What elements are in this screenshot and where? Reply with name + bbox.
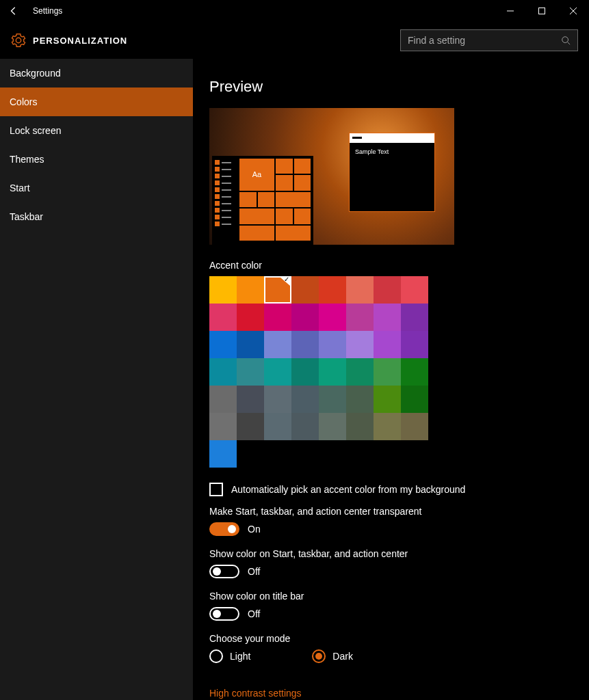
accent-swatch[interactable] [264, 304, 291, 331]
radio-button[interactable] [312, 649, 326, 663]
preview-tile [276, 175, 293, 190]
accent-swatch[interactable] [291, 304, 319, 331]
close-button[interactable] [558, 0, 589, 22]
accent-swatch[interactable] [237, 276, 264, 304]
sidebar-item-themes[interactable]: Themes [0, 145, 193, 174]
accent-swatch[interactable] [319, 304, 346, 331]
preview-window-titlebar [350, 133, 434, 143]
accent-swatch[interactable] [291, 386, 319, 413]
accent-swatch[interactable] [319, 331, 346, 358]
accent-swatch[interactable] [374, 276, 401, 304]
accent-swatch[interactable] [237, 386, 264, 413]
accent-swatch[interactable] [346, 386, 374, 413]
accent-swatch[interactable] [209, 440, 237, 468]
accent-swatch[interactable] [264, 358, 291, 386]
accent-swatch[interactable] [346, 358, 374, 386]
maximize-button[interactable] [526, 0, 558, 22]
accent-swatch[interactable] [264, 413, 291, 440]
accent-swatch[interactable] [319, 276, 346, 304]
accent-swatch[interactable] [209, 276, 237, 304]
radio-button[interactable] [209, 649, 223, 663]
minimize-icon [507, 8, 514, 14]
header: PERSONALIZATION Find a setting [0, 22, 589, 59]
preview-tile [276, 192, 311, 207]
toggle-switch[interactable] [209, 522, 239, 536]
close-icon [570, 8, 577, 14]
accent-swatch[interactable] [346, 276, 374, 304]
sidebar-item-colors[interactable]: Colors [0, 88, 193, 116]
sidebar-item-taskbar[interactable]: Taskbar [0, 202, 193, 231]
accent-swatch[interactable] [264, 276, 291, 304]
accent-swatch[interactable] [319, 413, 346, 440]
accent-swatch[interactable] [237, 413, 264, 440]
mode-label: Choose your mode [209, 633, 589, 644]
sidebar-item-background[interactable]: Background [0, 59, 193, 88]
accent-swatch[interactable] [401, 413, 428, 440]
search-input[interactable]: Find a setting [400, 29, 578, 51]
accent-swatch[interactable] [291, 413, 319, 440]
window-controls [495, 0, 589, 22]
accent-swatch[interactable] [401, 276, 428, 304]
preview-tile [239, 208, 274, 224]
accent-swatch[interactable] [374, 304, 401, 331]
preview-tile: Aa [239, 159, 274, 191]
accent-swatch[interactable] [401, 386, 428, 413]
sidebar-item-start[interactable]: Start [0, 174, 193, 202]
accent-swatch[interactable] [237, 304, 264, 331]
back-button[interactable] [0, 0, 27, 22]
accent-swatch[interactable] [209, 358, 237, 386]
toggle-switch[interactable] [209, 607, 239, 621]
accent-swatch[interactable] [209, 386, 237, 413]
accent-swatch[interactable] [346, 413, 374, 440]
accent-swatch[interactable] [346, 304, 374, 331]
auto-accent-checkbox[interactable] [209, 483, 223, 496]
preview-tile [294, 159, 311, 174]
minimize-button[interactable] [495, 0, 526, 22]
mode-option-dark[interactable]: Dark [312, 649, 353, 663]
gear-icon [11, 33, 26, 48]
accent-swatch[interactable] [374, 413, 401, 440]
section-brand: PERSONALIZATION [11, 33, 127, 48]
preview-tile [294, 175, 311, 190]
accent-swatch[interactable] [264, 386, 291, 413]
accent-swatch[interactable] [346, 331, 374, 358]
preview-tile [258, 192, 275, 207]
accent-swatch[interactable] [374, 331, 401, 358]
mode-options: Light Dark [209, 649, 589, 663]
accent-swatch[interactable] [237, 358, 264, 386]
mode-option-light[interactable]: Light [209, 649, 250, 663]
toggle-switch[interactable] [209, 565, 239, 578]
accent-swatch[interactable] [374, 386, 401, 413]
toggle-state: Off [248, 608, 260, 619]
accent-swatch[interactable] [291, 358, 319, 386]
auto-accent-row[interactable]: Automatically pick an accent color from … [209, 483, 589, 496]
accent-swatch[interactable] [291, 331, 319, 358]
accent-swatch[interactable] [401, 358, 428, 386]
accent-swatch[interactable] [401, 331, 428, 358]
high-contrast-link[interactable]: High contrast settings [209, 688, 302, 699]
toggle-setting: Make Start, taskbar, and action center t… [209, 506, 589, 536]
preview-tile [276, 208, 293, 224]
accent-swatch[interactable] [209, 331, 237, 358]
accent-color-label: Accent color [209, 260, 589, 271]
preview-window-text: Sample Text [350, 143, 434, 161]
svg-line-5 [568, 42, 571, 45]
maximize-icon [538, 8, 545, 14]
toggle-state: On [248, 524, 261, 535]
preview-tile [276, 159, 293, 174]
accent-swatch[interactable] [264, 331, 291, 358]
titlebar: Settings [0, 0, 589, 22]
accent-swatch[interactable] [401, 304, 428, 331]
sidebar-item-lock-screen[interactable]: Lock screen [0, 116, 193, 145]
accent-swatch[interactable] [209, 413, 237, 440]
accent-swatch[interactable] [319, 386, 346, 413]
accent-swatch[interactable] [291, 276, 319, 304]
search-icon [561, 36, 571, 45]
accent-swatch[interactable] [237, 331, 264, 358]
accent-swatch[interactable] [319, 358, 346, 386]
accent-swatch[interactable] [209, 304, 237, 331]
radio-label: Light [230, 651, 250, 662]
accent-swatch[interactable] [374, 358, 401, 386]
toggle-setting: Show color on title barOff [209, 591, 589, 621]
mode-setting: Choose your mode Light Dark [209, 633, 589, 663]
